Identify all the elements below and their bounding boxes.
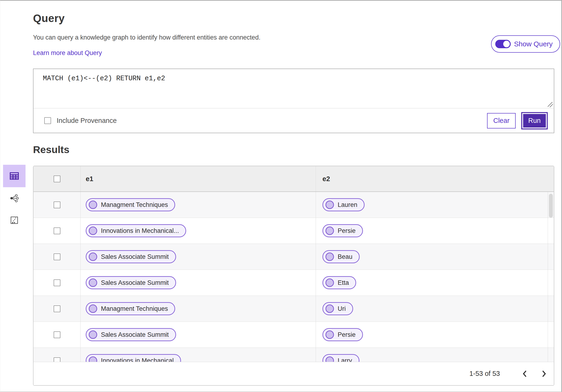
entity-node-icon — [326, 304, 334, 313]
select-all-cell — [34, 166, 80, 191]
entity-pill[interactable]: Innovations in Mechanical — [86, 354, 181, 362]
table-row: Innovations in Mechanical... Persie — [34, 218, 554, 244]
row-select-cell — [34, 192, 80, 218]
toggle-knob-icon — [503, 41, 510, 47]
query-code-input[interactable]: MATCH (e1)<--(e2) RETURN e1,e2 — [34, 69, 554, 108]
entity-node-icon — [326, 227, 334, 235]
table-body: Managment Techniques Lauren Innovations … — [34, 192, 554, 362]
entity-pill[interactable]: Persie — [322, 224, 363, 237]
column-header-e2-label: e2 — [322, 175, 330, 183]
chevron-left-icon — [522, 370, 528, 378]
cell-e1: Managment Techniques — [80, 192, 316, 218]
show-query-toggle-button[interactable]: Show Query — [491, 35, 560, 53]
chevron-right-icon — [541, 370, 547, 378]
entity-label: Innovations in Mechanical... — [101, 227, 179, 234]
row-checkbox[interactable] — [54, 305, 60, 312]
table-view-button[interactable] — [3, 165, 25, 187]
row-checkbox[interactable] — [54, 228, 60, 234]
entity-pill[interactable]: Larry — [322, 354, 359, 362]
select-all-checkbox[interactable] — [54, 175, 60, 182]
entity-pill[interactable]: Sales Associate Summit — [86, 328, 176, 341]
row-checkbox[interactable] — [54, 201, 60, 208]
row-checkbox[interactable] — [54, 279, 60, 286]
entity-pill[interactable]: Uri — [322, 302, 353, 315]
column-header-e1[interactable]: e1 — [80, 166, 316, 191]
entity-label: Larry — [338, 357, 352, 362]
cell-e1: Sales Associate Summit — [80, 322, 316, 347]
entity-label: Beau — [338, 253, 352, 260]
entity-label: Persie — [338, 331, 356, 338]
entity-node-icon — [89, 304, 97, 313]
table-row: Sales Associate Summit Etta — [34, 270, 554, 296]
row-checkbox[interactable] — [54, 254, 60, 260]
cell-e2: Uri — [316, 296, 554, 322]
query-panel-toolbar: Include Provenance Clear Run — [34, 108, 554, 133]
entity-node-icon — [89, 278, 97, 287]
include-provenance-label: Include Provenance — [57, 117, 117, 125]
cell-e2: Lauren — [316, 192, 554, 218]
entity-label: Etta — [338, 279, 349, 287]
cell-e2: Larry — [316, 348, 554, 362]
table-header-row: e1 e2 — [34, 166, 554, 192]
cell-e1: Innovations in Mechanical — [80, 348, 316, 362]
results-table: e1 e2 Managment Techniques Lauren Innova… — [33, 166, 554, 386]
map-view-button[interactable] — [3, 209, 25, 231]
entity-node-icon — [89, 330, 97, 339]
entity-label: Sales Associate Summit — [101, 331, 169, 338]
table-pagination-bar: 1-53 of 53 — [34, 362, 554, 385]
table-row: Managment Techniques Uri — [34, 296, 554, 322]
next-page-button[interactable] — [539, 368, 549, 379]
column-header-e1-label: e1 — [86, 175, 93, 183]
table-row: Sales Associate Summit Persie — [34, 322, 554, 348]
row-select-cell — [34, 218, 80, 244]
entity-pill[interactable]: Beau — [322, 250, 360, 263]
table-row: Managment Techniques Lauren — [34, 192, 554, 218]
entity-label: Innovations in Mechanical — [101, 357, 174, 362]
page-title: Query — [33, 12, 65, 24]
results-title: Results — [33, 144, 69, 155]
entity-node-icon — [89, 253, 97, 261]
entity-label: Sales Associate Summit — [101, 279, 169, 287]
row-select-cell — [34, 348, 80, 362]
previous-page-button[interactable] — [520, 368, 529, 379]
cell-e2: Persie — [316, 322, 554, 347]
entity-node-icon — [89, 227, 97, 235]
entity-label: Uri — [338, 305, 346, 312]
entity-label: Persie — [338, 227, 356, 234]
column-header-e2[interactable]: e2 — [316, 166, 554, 191]
entity-node-icon — [89, 201, 97, 209]
row-select-cell — [34, 296, 80, 322]
entity-pill[interactable]: Sales Associate Summit — [86, 250, 176, 263]
entity-pill[interactable]: Persie — [322, 328, 363, 341]
graph-view-icon — [10, 194, 19, 203]
cell-e2: Etta — [316, 270, 554, 296]
table-row: Sales Associate Summit Beau — [34, 244, 554, 270]
show-query-switch[interactable] — [495, 40, 511, 48]
entity-label: Managment Techniques — [101, 201, 168, 208]
entity-pill[interactable]: Managment Techniques — [86, 198, 175, 211]
entity-node-icon — [326, 278, 334, 287]
table-scrollbar-track[interactable] — [548, 192, 554, 362]
entity-pill[interactable]: Lauren — [322, 198, 365, 211]
entity-label: Managment Techniques — [101, 305, 168, 312]
entity-pill[interactable]: Etta — [322, 276, 356, 289]
entity-pill[interactable]: Innovations in Mechanical... — [86, 224, 186, 237]
clear-button[interactable]: Clear — [487, 113, 515, 128]
row-select-cell — [34, 270, 80, 296]
row-checkbox[interactable] — [54, 357, 60, 362]
run-button[interactable]: Run — [522, 113, 547, 128]
entity-node-icon — [326, 330, 334, 339]
query-editor-panel: MATCH (e1)<--(e2) RETURN e1,e2 Include P… — [33, 69, 554, 133]
row-select-cell — [34, 322, 80, 347]
graph-view-button[interactable] — [3, 187, 25, 209]
entity-pill[interactable]: Sales Associate Summit — [86, 276, 176, 289]
table-scrollbar-thumb[interactable] — [549, 194, 553, 218]
learn-more-link[interactable]: Learn more about Query — [33, 49, 102, 57]
show-query-label: Show Query — [514, 40, 553, 48]
resize-handle-icon[interactable] — [548, 102, 553, 107]
include-provenance-checkbox[interactable] — [44, 117, 51, 124]
entity-node-icon — [326, 253, 334, 261]
entity-pill[interactable]: Managment Techniques — [86, 302, 175, 315]
cell-e2: Persie — [316, 218, 554, 244]
row-checkbox[interactable] — [54, 331, 60, 338]
